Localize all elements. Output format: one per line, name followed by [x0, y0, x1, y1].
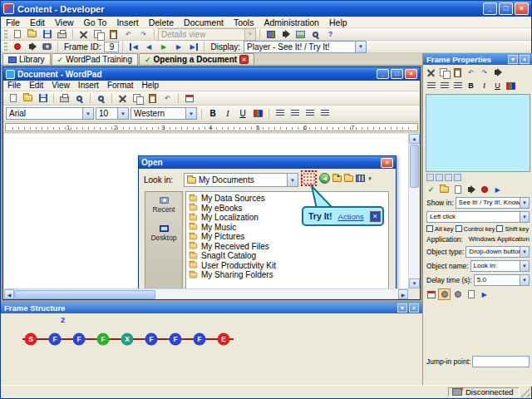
click-type-select[interactable]: Left click ▼ — [426, 211, 530, 223]
sound-icon[interactable] — [465, 184, 477, 195]
file-list-item[interactable]: My Pictures — [189, 232, 388, 242]
italic-icon[interactable]: I — [478, 80, 490, 91]
print-icon[interactable] — [57, 92, 71, 104]
image-icon[interactable] — [293, 28, 308, 40]
object-type-select[interactable]: Drop-down button ▼ — [466, 246, 530, 258]
menu-administration[interactable]: Administration — [259, 17, 324, 28]
display-select[interactable]: Player - See It! / Try It! ▼ — [244, 41, 367, 53]
file-list-item[interactable]: SnagIt Catalog — [189, 251, 388, 261]
vertical-scrollbar[interactable]: ▲ ▼ — [408, 134, 419, 288]
sound-icon[interactable] — [491, 66, 504, 78]
sound-edit-icon[interactable] — [25, 41, 39, 52]
align-left-button[interactable] — [273, 107, 287, 120]
scroll-down-icon[interactable]: ▼ — [409, 278, 420, 288]
toolbar-grip[interactable] — [4, 30, 7, 39]
pin-icon[interactable]: ▼ — [508, 55, 518, 64]
wordpad-document-area[interactable]: Open × Look in: My Documents ▼ ◀ — [4, 134, 408, 288]
scroll-thumb[interactable] — [14, 290, 155, 299]
font-color-button[interactable] — [251, 107, 264, 120]
resize-grip[interactable] — [520, 387, 530, 397]
paste-icon[interactable] — [145, 92, 160, 104]
scroll-left-icon[interactable]: ◀ — [4, 289, 14, 299]
mouse-left-click-icon[interactable] — [438, 288, 451, 300]
bold-button[interactable]: B — [206, 107, 219, 120]
folder-icon[interactable] — [438, 184, 451, 195]
file-list-item[interactable]: My Sharing Folders — [189, 270, 388, 280]
menu-delete[interactable]: Delete — [144, 17, 179, 28]
control-key-checkbox[interactable] — [456, 225, 462, 232]
wordpad-maximize-button[interactable]: □ — [391, 69, 403, 79]
last-frame-icon[interactable]: ▶ — [186, 41, 200, 52]
tab-close-icon[interactable]: × — [239, 55, 249, 64]
open-icon[interactable] — [21, 92, 35, 104]
actions-link[interactable]: Actions — [338, 212, 364, 221]
menu-document[interactable]: Document — [179, 17, 229, 28]
file-list-item[interactable]: My Received Files — [189, 242, 388, 252]
place-desktop[interactable]: Desktop — [150, 225, 176, 242]
screenshot-icon[interactable] — [40, 41, 54, 52]
cut-icon[interactable] — [76, 28, 91, 40]
scroll-up-icon[interactable]: ▲ — [409, 134, 420, 144]
wordpad-minimize-button[interactable]: _ — [377, 69, 389, 79]
italic-button[interactable]: I — [221, 107, 234, 120]
align-center-icon[interactable] — [438, 80, 451, 91]
horizontal-scrollbar[interactable]: ◀ ▶ — [4, 288, 408, 298]
string-input-icon[interactable] — [465, 288, 477, 300]
wordpad-menu-edit[interactable]: Edit — [25, 80, 47, 91]
font-script-select[interactable]: Western ▼ — [131, 107, 197, 120]
undo-icon[interactable]: ↶ — [160, 92, 175, 104]
redo-icon[interactable]: ↷ — [478, 66, 490, 78]
chevron-down-icon[interactable]: ▼ — [367, 176, 372, 181]
pointer-style-icon[interactable] — [445, 174, 452, 181]
look-in-select[interactable]: My Documents ▼ — [184, 173, 298, 187]
font-size-select[interactable]: 10 ▼ — [96, 107, 129, 120]
align-left-icon[interactable] — [425, 80, 437, 91]
check-icon[interactable]: ✓ — [425, 184, 437, 195]
pointer-style-icon[interactable] — [436, 174, 443, 181]
back-icon[interactable]: ◀ — [319, 173, 330, 184]
play-icon[interactable]: ▶ — [156, 41, 170, 52]
paste-icon[interactable] — [451, 66, 464, 78]
menu-tools[interactable]: Tools — [229, 17, 259, 28]
tab-wordpad-training[interactable]: ✓ WordPad Training — [52, 53, 138, 65]
align-right-icon[interactable] — [451, 80, 464, 91]
bullets-button[interactable] — [318, 107, 332, 120]
wordpad-menu-file[interactable]: File — [3, 80, 25, 91]
menu-goto[interactable]: Go To — [79, 17, 112, 28]
undo-icon[interactable]: ↶ — [465, 66, 477, 78]
menu-view[interactable]: View — [50, 17, 79, 28]
underline-button[interactable]: U — [236, 107, 249, 120]
wordpad-menu-view[interactable]: View — [47, 80, 74, 91]
font-family-select[interactable]: Arial ▼ — [6, 107, 94, 120]
font-color-icon[interactable] — [505, 80, 517, 91]
bubble-preview[interactable] — [426, 94, 530, 172]
sound-icon[interactable] — [278, 28, 293, 40]
panel-close-icon[interactable]: × — [520, 55, 530, 64]
tab-opening-a-document[interactable]: ✓ Opening a Document × — [139, 53, 254, 65]
file-list-item[interactable]: My Data Sources — [189, 194, 388, 204]
alt-key-checkbox[interactable] — [426, 225, 433, 232]
new-document-icon[interactable] — [6, 92, 20, 104]
copy-icon[interactable] — [91, 28, 106, 40]
close-button[interactable]: × — [515, 2, 529, 15]
mouse-right-click-icon[interactable] — [451, 288, 464, 300]
pointer-style-icon[interactable] — [454, 174, 461, 181]
first-frame-icon[interactable]: ◀ — [126, 41, 140, 52]
save-icon[interactable] — [36, 92, 50, 104]
save-icon[interactable] — [40, 28, 54, 40]
scroll-thumb[interactable] — [410, 145, 419, 188]
previous-frame-icon[interactable]: ◀ — [141, 41, 155, 52]
print-icon[interactable] — [55, 28, 69, 40]
wordpad-close-button[interactable]: × — [405, 69, 417, 79]
pointer-style-icon[interactable] — [426, 174, 434, 181]
menu-insert[interactable]: Insert — [111, 17, 143, 28]
open-dialog-close-button[interactable]: × — [381, 158, 393, 168]
date-time-icon[interactable] — [182, 92, 196, 104]
record-icon[interactable] — [10, 41, 24, 52]
preview-icon[interactable] — [308, 28, 323, 40]
delay-time-select[interactable]: 5.0 ▼ — [474, 274, 530, 286]
wordpad-menu-insert[interactable]: Insert — [74, 80, 103, 91]
toolbar-grip[interactable] — [4, 42, 7, 52]
place-recent[interactable]: Recent — [153, 197, 175, 214]
print-preview-icon[interactable] — [72, 92, 86, 104]
